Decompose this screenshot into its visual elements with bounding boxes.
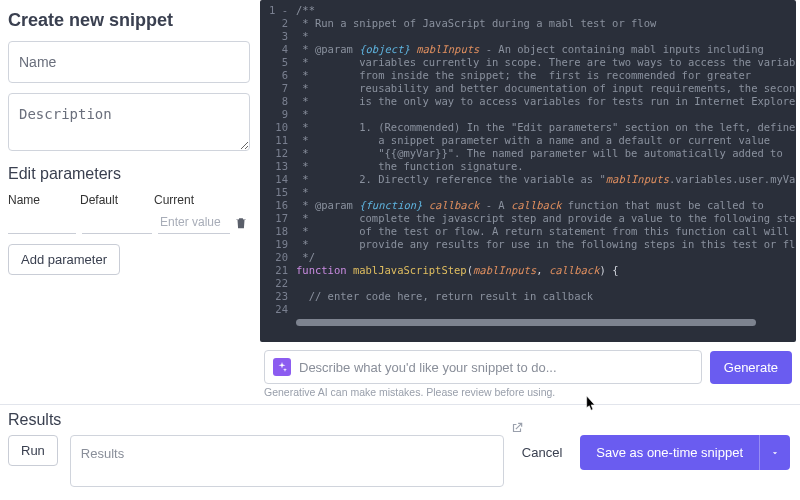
results-output[interactable] — [70, 435, 504, 487]
right-panel: 1 - 2 3 4 5 6 7 8 9 10 11 12 13 14 15 16… — [260, 0, 800, 404]
ai-prompt-input[interactable] — [299, 360, 693, 375]
cancel-button[interactable]: Cancel — [516, 435, 568, 470]
page-title: Create new snippet — [8, 10, 250, 31]
chevron-down-icon — [770, 448, 780, 458]
param-col-current: Current — [154, 193, 250, 207]
param-col-default: Default — [80, 193, 154, 207]
save-split-button: Save as one-time snippet — [580, 435, 790, 470]
name-input[interactable] — [8, 41, 250, 83]
save-dropdown-button[interactable] — [759, 435, 790, 470]
run-button[interactable]: Run — [8, 435, 58, 466]
sparkle-icon — [273, 358, 291, 376]
editor-horizontal-scrollbar[interactable] — [260, 318, 796, 327]
param-default-input[interactable] — [82, 211, 152, 234]
ai-prompt-wrap — [264, 350, 702, 384]
param-row — [8, 211, 250, 234]
param-name-input[interactable] — [8, 211, 76, 234]
generate-button[interactable]: Generate — [710, 351, 792, 384]
trash-icon[interactable] — [234, 216, 248, 230]
popout-icon[interactable] — [510, 421, 524, 435]
edit-params-title: Edit parameters — [8, 165, 250, 183]
param-header: Name Default Current — [8, 193, 250, 207]
results-title: Results — [8, 411, 790, 429]
left-panel: Create new snippet Edit parameters Name … — [0, 0, 260, 404]
ai-hint: Generative AI can make mistakes. Please … — [260, 386, 796, 404]
bottom-panel: Results Run Cancel Save as one-time snip… — [0, 404, 800, 500]
save-button[interactable]: Save as one-time snippet — [580, 435, 759, 470]
description-input[interactable] — [8, 93, 250, 151]
param-col-name: Name — [8, 193, 80, 207]
add-parameter-button[interactable]: Add parameter — [8, 244, 120, 275]
param-current-input[interactable] — [158, 211, 230, 234]
code-editor[interactable]: 1 - 2 3 4 5 6 7 8 9 10 11 12 13 14 15 16… — [260, 0, 796, 342]
